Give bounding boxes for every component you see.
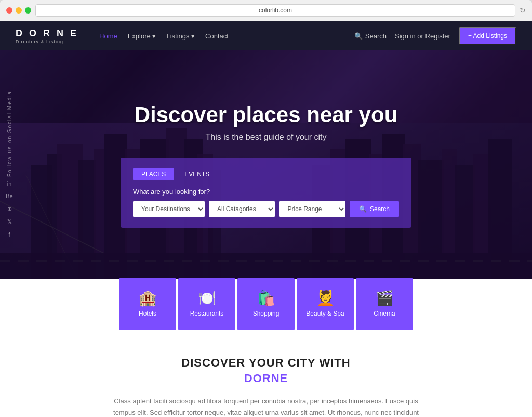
nav-link-listings[interactable]: Listings ▾ [166,32,195,40]
nav-links: Home Explore ▾ Listings ▾ Contact [99,32,354,40]
nav-add-listings-button[interactable]: + Add Listings [459,27,516,45]
logo[interactable]: D O R N E Directory & Listing [16,28,78,44]
nav-sign-btn[interactable]: Sign in or Register [395,32,450,40]
search-fields: Your Destinations All Catagories Price R… [133,201,399,217]
tab-places[interactable]: PLACES [133,168,174,180]
social-sidebar: Follow us on Social Media in Be ⊕ 𝕏 f [0,50,19,279]
restaurants-label: Restaurants [190,310,224,317]
search-box: PLACES EVENTS What are you looking for? … [121,158,411,228]
nav-link-explore[interactable]: Explore ▾ [128,32,156,40]
price-select[interactable]: Price Range [279,201,345,217]
discover-text: Class aptent taciti sociosqu ad litora t… [110,396,422,417]
behance-icon[interactable]: Be [6,193,12,199]
facebook-icon[interactable]: f [8,231,10,238]
social-icons-list: in Be ⊕ 𝕏 f [0,180,19,238]
search-btn-label: Search [370,205,390,213]
category-shopping[interactable]: 🛍️ Shopping [237,278,295,330]
dot-red[interactable] [6,7,12,14]
search-box-label: What are you looking for? [133,188,399,196]
hero-section: Follow us on Social Media in Be ⊕ 𝕏 f Di… [0,50,532,279]
logo-title: D O R N E [16,28,78,39]
hero-subtitle: This is the best guide of your city [121,133,411,142]
dribbble-icon[interactable]: ⊕ [7,205,12,212]
destination-select[interactable]: Your Destinations [133,201,205,217]
shopping-label: Shopping [253,310,280,317]
cinema-icon: 🎬 [376,291,394,306]
shopping-icon: 🛍️ [257,291,275,306]
category-hotels[interactable]: 🏨 Hotels [119,278,176,330]
restaurants-icon: 🍽️ [198,291,216,306]
browser-url-bar[interactable]: colorlib.com [35,4,515,17]
browser-chrome: colorlib.com ↻ [0,0,532,21]
cinema-label: Cinema [374,310,395,317]
twitter-icon[interactable]: 𝕏 [7,218,12,225]
dot-yellow[interactable] [16,7,22,14]
discover-section: DISCOVER YOUR CITY WITH DORNE Class apte… [0,330,532,417]
browser-window: colorlib.com ↻ D O R N E Directory & Lis… [0,0,532,417]
beauty-icon: 💆 [316,291,335,306]
discover-brand: DORNE [16,372,516,385]
category-restaurants[interactable]: 🍽️ Restaurants [178,278,235,330]
discover-heading: DISCOVER YOUR CITY WITH [16,356,516,370]
navbar: D O R N E Directory & Listing Home Explo… [0,21,532,50]
nav-search-label: Search [365,32,387,40]
refresh-icon[interactable]: ↻ [520,6,526,15]
nav-right: 🔍 Search Sign in or Register + Add Listi… [354,27,516,45]
linkedin-icon[interactable]: in [7,180,12,187]
hotels-label: Hotels [139,310,156,317]
category-cinema[interactable]: 🎬 Cinema [356,278,413,330]
nav-link-home[interactable]: Home [99,32,117,40]
categories-strip: 🏨 Hotels 🍽️ Restaurants 🛍️ Shopping 💆 Be… [0,278,532,330]
category-select[interactable]: All Catagories [209,201,275,217]
logo-subtitle: Directory & Listing [16,39,78,44]
search-button[interactable]: 🔍 Search [350,201,399,217]
hero-title: Discover places near you [121,102,411,127]
dot-green[interactable] [25,7,31,14]
tab-events[interactable]: EVENTS [176,168,218,180]
nav-link-contact[interactable]: Contact [205,32,229,40]
search-btn-icon: 🔍 [359,205,367,213]
beauty-label: Beauty & Spa [306,310,344,317]
social-sidebar-label: Follow us on Social Media [7,90,12,177]
hotels-icon: 🏨 [139,291,157,306]
search-icon: 🔍 [354,32,363,40]
hero-content: Discover places near you This is the bes… [110,102,422,228]
nav-search-btn[interactable]: 🔍 Search [354,32,387,40]
category-beauty-spa[interactable]: 💆 Beauty & Spa [297,278,354,330]
browser-dots [6,7,31,14]
search-tabs: PLACES EVENTS [133,168,399,180]
